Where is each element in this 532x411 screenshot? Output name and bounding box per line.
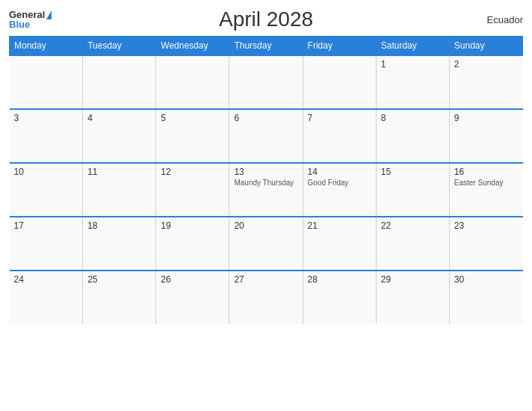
- calendar-header-row: MondayTuesdayWednesdayThursdayFridaySatu…: [10, 37, 523, 56]
- cell-day-number: 2: [454, 59, 519, 69]
- weekday-header-saturday: Saturday: [376, 37, 449, 56]
- cell-day-number: 1: [381, 59, 445, 69]
- cell-day-number: 28: [308, 274, 371, 285]
- calendar-cell: 4: [83, 109, 156, 163]
- cell-day-number: 13: [234, 167, 297, 177]
- logo: General Blue: [9, 10, 52, 29]
- calendar-cell: 21: [303, 217, 376, 271]
- calendar-cell: 8: [376, 109, 449, 163]
- week-row-2: 10111213Maundy Thursday14Good Friday1516…: [10, 163, 523, 217]
- calendar-cell: 15: [376, 163, 449, 217]
- calendar-cell: 14Good Friday: [303, 163, 376, 217]
- logo-triangle-icon: [46, 10, 52, 19]
- cell-day-number: 26: [161, 274, 224, 285]
- calendar-cell: 9: [449, 109, 522, 163]
- week-row-0: 12: [10, 55, 523, 109]
- calendar-cell: 17: [10, 217, 83, 271]
- calendar-cell: [229, 55, 303, 109]
- cell-day-number: 27: [234, 274, 297, 285]
- calendar-cell: 26: [156, 271, 229, 324]
- calendar-table: MondayTuesdayWednesdayThursdayFridaySatu…: [9, 36, 523, 324]
- calendar-cell: 25: [83, 271, 156, 324]
- week-row-4: 24252627282930: [10, 271, 523, 324]
- cell-event-label: Good Friday: [308, 179, 371, 187]
- calendar-cell: 12: [156, 163, 229, 217]
- cell-day-number: 12: [161, 167, 224, 177]
- calendar-cell: 3: [10, 109, 83, 163]
- calendar-cell: 27: [229, 271, 303, 324]
- weekday-header-thursday: Thursday: [229, 37, 303, 56]
- calendar-cell: 30: [449, 271, 522, 324]
- cell-event-label: Maundy Thursday: [234, 179, 297, 187]
- calendar-cell: 1: [376, 55, 449, 109]
- calendar-cell: 20: [229, 217, 303, 271]
- calendar-cell: 10: [10, 163, 83, 217]
- cell-day-number: 9: [454, 113, 519, 123]
- calendar-cell: 23: [449, 217, 522, 271]
- cell-day-number: 11: [87, 167, 151, 177]
- cell-day-number: 18: [87, 220, 151, 231]
- cell-day-number: 10: [14, 167, 78, 177]
- calendar-cell: 24: [10, 271, 83, 324]
- calendar-cell: [303, 55, 376, 109]
- calendar-cell: 6: [229, 109, 303, 163]
- cell-day-number: 21: [308, 220, 371, 231]
- cell-day-number: 16: [454, 167, 519, 177]
- cell-day-number: 5: [161, 113, 224, 123]
- calendar-cell: [83, 55, 156, 109]
- week-row-3: 17181920212223: [10, 217, 523, 271]
- calendar-body: 12345678910111213Maundy Thursday14Good F…: [10, 55, 523, 324]
- country-label: Ecuador: [487, 14, 523, 25]
- calendar-cell: 2: [449, 55, 522, 109]
- calendar-cell: 28: [303, 271, 376, 324]
- calendar-cell: 13Maundy Thursday: [229, 163, 303, 217]
- cell-day-number: 20: [234, 220, 297, 231]
- cell-day-number: 23: [454, 220, 519, 231]
- calendar-cell: 16Easter Sunday: [449, 163, 522, 217]
- cell-day-number: 7: [308, 113, 371, 123]
- weekday-header-monday: Monday: [10, 37, 83, 56]
- week-row-1: 3456789: [10, 109, 523, 163]
- weekday-header-tuesday: Tuesday: [83, 37, 156, 56]
- cell-day-number: 30: [454, 274, 519, 285]
- cell-day-number: 15: [381, 167, 445, 177]
- cell-day-number: 24: [14, 274, 78, 285]
- cell-day-number: 6: [234, 113, 297, 123]
- cell-event-label: Easter Sunday: [454, 179, 519, 187]
- calendar-cell: 29: [376, 271, 449, 324]
- calendar-page: General Blue April 2028 Ecuador MondayTu…: [0, 0, 532, 411]
- cell-day-number: 8: [381, 113, 445, 123]
- logo-blue-text: Blue: [9, 19, 52, 29]
- calendar-cell: 18: [83, 217, 156, 271]
- calendar-cell: 11: [83, 163, 156, 217]
- weekday-header-row: MondayTuesdayWednesdayThursdayFridaySatu…: [10, 37, 523, 56]
- calendar-cell: 7: [303, 109, 376, 163]
- cell-day-number: 14: [308, 167, 371, 177]
- cell-day-number: 22: [381, 220, 445, 231]
- cell-day-number: 29: [381, 274, 445, 285]
- calendar-cell: 5: [156, 109, 229, 163]
- cell-day-number: 25: [87, 274, 151, 285]
- calendar-header: General Blue April 2028 Ecuador: [9, 7, 523, 31]
- calendar-cell: 22: [376, 217, 449, 271]
- calendar-cell: [156, 55, 229, 109]
- weekday-header-friday: Friday: [303, 37, 376, 56]
- month-title: April 2028: [219, 7, 313, 31]
- calendar-cell: [10, 55, 83, 109]
- calendar-cell: 19: [156, 217, 229, 271]
- cell-day-number: 17: [14, 220, 78, 231]
- weekday-header-wednesday: Wednesday: [156, 37, 229, 56]
- cell-day-number: 3: [14, 113, 78, 123]
- weekday-header-sunday: Sunday: [449, 37, 522, 56]
- cell-day-number: 4: [87, 113, 151, 123]
- cell-day-number: 19: [161, 220, 224, 231]
